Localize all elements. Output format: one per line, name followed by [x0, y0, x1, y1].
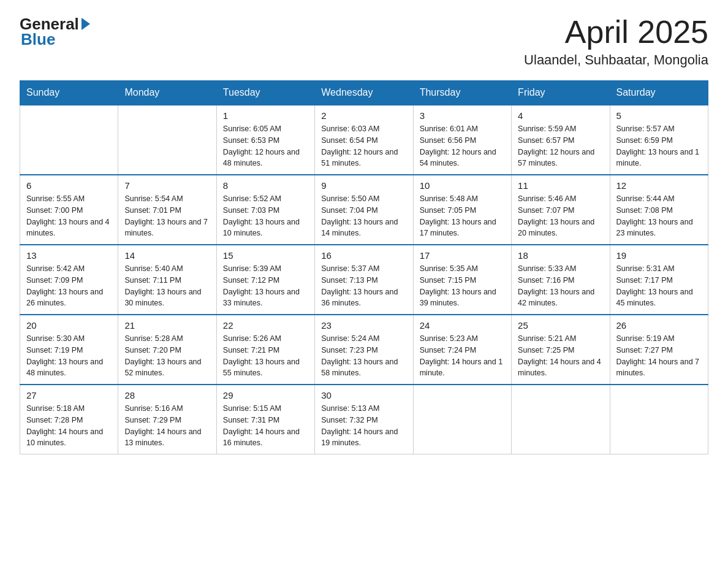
day-number: 8 [223, 180, 308, 191]
calendar-cell [512, 385, 610, 454]
day-number: 14 [124, 250, 210, 261]
calendar-cell: 9Sunrise: 5:50 AMSunset: 7:04 PMDaylight… [315, 175, 413, 245]
calendar-cell [118, 105, 216, 175]
calendar-cell: 27Sunrise: 5:18 AMSunset: 7:28 PMDayligh… [20, 385, 118, 454]
day-number: 5 [616, 110, 702, 121]
calendar-cell: 10Sunrise: 5:48 AMSunset: 7:05 PMDayligh… [413, 175, 511, 245]
day-number: 19 [616, 250, 702, 261]
calendar-cell [20, 105, 118, 175]
calendar-cell [413, 385, 511, 454]
calendar-cell: 16Sunrise: 5:37 AMSunset: 7:13 PMDayligh… [315, 245, 413, 315]
day-number: 29 [223, 390, 308, 400]
weekday-header-sunday: Sunday [20, 81, 118, 105]
day-info: Sunrise: 5:39 AMSunset: 7:12 PMDaylight:… [223, 263, 308, 309]
day-info: Sunrise: 5:19 AMSunset: 7:27 PMDaylight:… [616, 333, 702, 379]
day-info: Sunrise: 6:05 AMSunset: 6:53 PMDaylight:… [223, 123, 308, 169]
day-number: 25 [518, 320, 603, 331]
weekday-header-wednesday: Wednesday [315, 81, 413, 105]
day-info: Sunrise: 5:26 AMSunset: 7:21 PMDaylight:… [223, 333, 308, 379]
calendar-cell: 17Sunrise: 5:35 AMSunset: 7:15 PMDayligh… [413, 245, 511, 315]
weekday-header-saturday: Saturday [610, 81, 708, 105]
logo: General Blue [20, 15, 90, 49]
day-info: Sunrise: 5:52 AMSunset: 7:03 PMDaylight:… [223, 193, 308, 239]
calendar-cell: 1Sunrise: 6:05 AMSunset: 6:53 PMDaylight… [216, 105, 314, 175]
day-number: 17 [420, 250, 505, 261]
calendar-cell: 25Sunrise: 5:21 AMSunset: 7:25 PMDayligh… [512, 315, 610, 385]
logo-arrow-icon [82, 18, 90, 30]
day-info: Sunrise: 5:23 AMSunset: 7:24 PMDaylight:… [420, 333, 505, 379]
day-info: Sunrise: 6:03 AMSunset: 6:54 PMDaylight:… [321, 123, 406, 169]
calendar-cell: 30Sunrise: 5:13 AMSunset: 7:32 PMDayligh… [315, 385, 413, 454]
day-info: Sunrise: 5:55 AMSunset: 7:00 PMDaylight:… [26, 193, 112, 239]
calendar-cell: 29Sunrise: 5:15 AMSunset: 7:31 PMDayligh… [216, 385, 314, 454]
day-info: Sunrise: 5:54 AMSunset: 7:01 PMDaylight:… [124, 193, 210, 239]
day-number: 2 [321, 110, 406, 121]
day-number: 11 [518, 180, 603, 191]
calendar-cell: 20Sunrise: 5:30 AMSunset: 7:19 PMDayligh… [20, 315, 118, 385]
calendar-cell: 13Sunrise: 5:42 AMSunset: 7:09 PMDayligh… [20, 245, 118, 315]
calendar-cell [610, 385, 708, 454]
day-info: Sunrise: 6:01 AMSunset: 6:56 PMDaylight:… [420, 123, 505, 169]
day-number: 27 [26, 390, 112, 400]
calendar-cell: 12Sunrise: 5:44 AMSunset: 7:08 PMDayligh… [610, 175, 708, 245]
calendar-cell: 6Sunrise: 5:55 AMSunset: 7:00 PMDaylight… [20, 175, 118, 245]
day-info: Sunrise: 5:21 AMSunset: 7:25 PMDaylight:… [518, 333, 603, 379]
day-info: Sunrise: 5:46 AMSunset: 7:07 PMDaylight:… [518, 193, 603, 239]
calendar-week-row: 6Sunrise: 5:55 AMSunset: 7:00 PMDaylight… [20, 175, 708, 245]
day-number: 21 [124, 320, 210, 331]
day-info: Sunrise: 5:31 AMSunset: 7:17 PMDaylight:… [616, 263, 702, 309]
day-number: 13 [26, 250, 112, 261]
day-number: 18 [518, 250, 603, 261]
calendar-cell: 28Sunrise: 5:16 AMSunset: 7:29 PMDayligh… [118, 385, 216, 454]
day-number: 30 [321, 390, 406, 400]
day-info: Sunrise: 5:42 AMSunset: 7:09 PMDaylight:… [26, 263, 112, 309]
calendar-week-row: 20Sunrise: 5:30 AMSunset: 7:19 PMDayligh… [20, 315, 708, 385]
day-number: 22 [223, 320, 308, 331]
calendar-cell: 15Sunrise: 5:39 AMSunset: 7:12 PMDayligh… [216, 245, 314, 315]
calendar-cell: 3Sunrise: 6:01 AMSunset: 6:56 PMDaylight… [413, 105, 511, 175]
calendar-cell: 18Sunrise: 5:33 AMSunset: 7:16 PMDayligh… [512, 245, 610, 315]
calendar-week-row: 27Sunrise: 5:18 AMSunset: 7:28 PMDayligh… [20, 385, 708, 454]
day-info: Sunrise: 5:30 AMSunset: 7:19 PMDaylight:… [26, 333, 112, 379]
calendar-cell: 19Sunrise: 5:31 AMSunset: 7:17 PMDayligh… [610, 245, 708, 315]
calendar-cell: 14Sunrise: 5:40 AMSunset: 7:11 PMDayligh… [118, 245, 216, 315]
day-info: Sunrise: 5:16 AMSunset: 7:29 PMDaylight:… [124, 403, 210, 449]
calendar-cell: 11Sunrise: 5:46 AMSunset: 7:07 PMDayligh… [512, 175, 610, 245]
calendar-cell: 4Sunrise: 5:59 AMSunset: 6:57 PMDaylight… [512, 105, 610, 175]
day-number: 9 [321, 180, 406, 191]
day-number: 20 [26, 320, 112, 331]
day-number: 23 [321, 320, 406, 331]
location: Ulaandel, Suhbaatar, Mongolia [524, 52, 708, 68]
day-info: Sunrise: 5:57 AMSunset: 6:59 PMDaylight:… [616, 123, 702, 169]
day-number: 3 [420, 110, 505, 121]
day-number: 6 [26, 180, 112, 191]
calendar-cell: 8Sunrise: 5:52 AMSunset: 7:03 PMDaylight… [216, 175, 314, 245]
calendar-cell: 7Sunrise: 5:54 AMSunset: 7:01 PMDaylight… [118, 175, 216, 245]
day-number: 12 [616, 180, 702, 191]
calendar-cell: 23Sunrise: 5:24 AMSunset: 7:23 PMDayligh… [315, 315, 413, 385]
day-info: Sunrise: 5:40 AMSunset: 7:11 PMDaylight:… [124, 263, 210, 309]
page-header: General Blue April 2025 Ulaandel, Suhbaa… [20, 15, 708, 68]
calendar-cell: 21Sunrise: 5:28 AMSunset: 7:20 PMDayligh… [118, 315, 216, 385]
day-info: Sunrise: 5:18 AMSunset: 7:28 PMDaylight:… [26, 403, 112, 449]
weekday-header-thursday: Thursday [413, 81, 511, 105]
calendar-week-row: 13Sunrise: 5:42 AMSunset: 7:09 PMDayligh… [20, 245, 708, 315]
calendar-cell: 2Sunrise: 6:03 AMSunset: 6:54 PMDaylight… [315, 105, 413, 175]
day-info: Sunrise: 5:33 AMSunset: 7:16 PMDaylight:… [518, 263, 603, 309]
day-number: 24 [420, 320, 505, 331]
calendar-header-row: SundayMondayTuesdayWednesdayThursdayFrid… [20, 81, 708, 105]
day-info: Sunrise: 5:15 AMSunset: 7:31 PMDaylight:… [223, 403, 308, 449]
calendar-week-row: 1Sunrise: 6:05 AMSunset: 6:53 PMDaylight… [20, 105, 708, 175]
day-info: Sunrise: 5:59 AMSunset: 6:57 PMDaylight:… [518, 123, 603, 169]
calendar-cell: 24Sunrise: 5:23 AMSunset: 7:24 PMDayligh… [413, 315, 511, 385]
day-number: 16 [321, 250, 406, 261]
weekday-header-friday: Friday [512, 81, 610, 105]
day-info: Sunrise: 5:35 AMSunset: 7:15 PMDaylight:… [420, 263, 505, 309]
weekday-header-monday: Monday [118, 81, 216, 105]
day-number: 10 [420, 180, 505, 191]
calendar-cell: 22Sunrise: 5:26 AMSunset: 7:21 PMDayligh… [216, 315, 314, 385]
day-number: 1 [223, 110, 308, 121]
day-info: Sunrise: 5:44 AMSunset: 7:08 PMDaylight:… [616, 193, 702, 239]
day-info: Sunrise: 5:50 AMSunset: 7:04 PMDaylight:… [321, 193, 406, 239]
calendar-cell: 26Sunrise: 5:19 AMSunset: 7:27 PMDayligh… [610, 315, 708, 385]
